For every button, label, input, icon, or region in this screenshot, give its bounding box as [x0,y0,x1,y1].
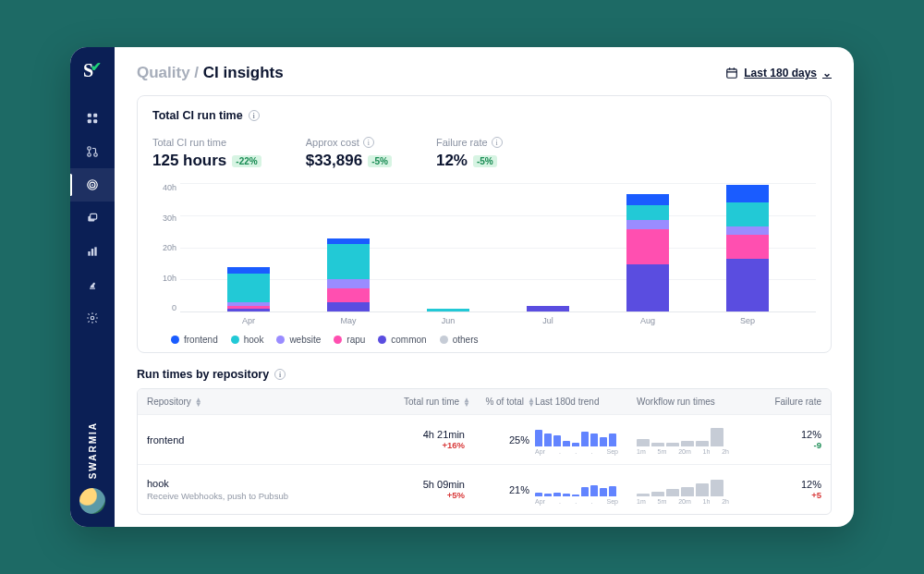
delta-badge: -5% [473,155,497,167]
sort-icon: ▲▼ [528,397,535,407]
repo-sub: Receive Webhooks, push to Pubsub [147,491,378,501]
svg-rect-3 [93,119,97,123]
sidebar-item-settings[interactable] [70,301,115,335]
info-icon[interactable]: i [249,110,260,121]
calendar-icon [725,67,738,79]
grid-icon [86,112,99,125]
svg-rect-12 [88,251,90,256]
delta-badge: -22% [232,155,261,167]
table-row[interactable]: hookReceive Webhooks, push to Pubsub5h 0… [138,464,831,514]
metric-failure: Failure rate i 12%-5% [436,137,503,170]
chevron-down-icon: ⌄ [822,67,832,79]
date-range-selector[interactable]: Last 180 days ⌄ [725,67,832,79]
pull-request-icon [86,145,99,158]
th-workflow: Workflow run times [637,397,757,407]
sort-icon: ▲▼ [463,397,470,407]
trend-sparkline [535,474,637,496]
card-title: Total CI run time i [152,109,816,122]
th-repository[interactable]: Repository▲▼ [147,397,378,407]
main-content: Quality / CI insights Last 180 days ⌄ To… [115,47,854,527]
repo-name: hook [147,478,378,489]
repo-name: frontend [147,434,378,446]
svg-rect-0 [88,114,91,117]
table-row[interactable]: frontend4h 21min+16%25%Apr...Sep1m5m20m1… [138,414,831,464]
chart-legend: frontend hook website rapu common others [152,335,816,345]
breadcrumb-current: CI insights [203,64,284,81]
gear-icon [86,311,99,324]
th-trend: Last 180d trend [535,397,637,407]
svg-point-6 [94,153,98,157]
delta-badge: -5% [368,155,392,167]
svg-rect-1 [93,114,97,117]
info-icon[interactable]: i [363,137,374,148]
info-icon[interactable]: i [274,369,286,380]
th-failure[interactable]: Failure rate [757,397,821,407]
total-ci-card: Total CI run time i Total CI run time 12… [137,95,832,353]
sidebar-item-overview[interactable] [70,102,115,135]
svg-rect-16 [727,69,737,78]
brand-label: SWARMIA [88,421,98,479]
sidebar-item-quality[interactable] [70,168,115,202]
sort-icon: ▲▼ [195,397,202,407]
info-icon[interactable]: i [492,137,503,148]
repo-table: Repository▲▼ Total run time▲▼ % of total… [137,388,832,515]
sidebar: S✔ SWARMIA [70,47,115,527]
stacked-bar-chart: 40h30h20h10h0 [152,183,816,312]
avatar[interactable] [79,488,105,514]
breadcrumb-parent[interactable]: Quality [137,64,190,81]
svg-rect-14 [94,247,96,255]
copies-icon [86,212,99,225]
knight-icon [86,278,99,291]
logo-check-icon: ✔ [91,59,102,75]
svg-point-4 [88,147,91,151]
trend-sparkline [535,424,637,446]
svg-point-9 [91,184,93,186]
svg-rect-11 [91,214,97,219]
bars-icon [86,245,99,258]
th-pct[interactable]: % of total▲▼ [470,397,535,407]
svg-rect-13 [91,249,93,256]
app-window: S✔ SWARMIA Quality / CI [70,47,854,527]
breadcrumb: Quality / CI insights [137,64,284,82]
svg-point-15 [91,316,94,320]
th-total[interactable]: Total run time▲▼ [378,397,470,407]
sidebar-item-strategy[interactable] [70,268,115,301]
metric-cost: Approx cost i $33,896-5% [306,137,392,170]
svg-point-5 [88,153,91,157]
workflow-histogram [637,474,757,496]
sidebar-item-pull-requests[interactable] [70,135,115,168]
target-icon [86,178,99,191]
logo: S✔ [83,60,102,81]
sidebar-item-copies[interactable] [70,202,115,235]
workflow-histogram [637,424,757,446]
sidebar-item-insights[interactable] [70,235,115,268]
metric-runtime: Total CI run time 125 hours-22% [152,137,261,170]
svg-rect-2 [88,119,91,123]
section-title-runtimes: Run times by repository i [137,368,832,381]
